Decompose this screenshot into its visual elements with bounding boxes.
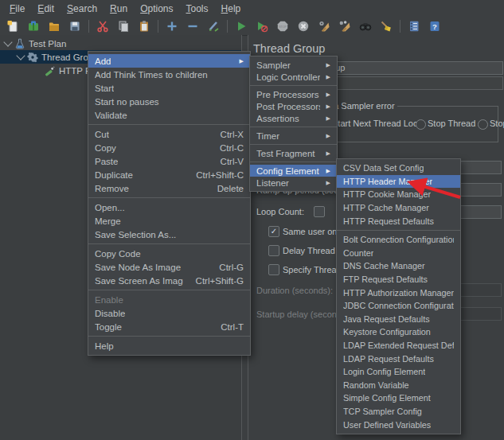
menu-item-add-think-times-to-children[interactable]: Add Think Times to children xyxy=(88,68,250,81)
toolbar-paste[interactable] xyxy=(138,20,151,33)
menu-item-http-cookie-manager[interactable]: HTTP Cookie Manager xyxy=(337,188,460,201)
menu-item-login-config-element[interactable]: Login Config Element xyxy=(337,365,460,379)
menu-item-save-node-as-image[interactable]: Save Node As ImageCtrl-G xyxy=(88,260,250,274)
menu-item-keystore-configuration[interactable]: Keystore Configuration xyxy=(337,325,460,339)
menu-run[interactable]: Run xyxy=(104,2,134,16)
tree-item-test-plan[interactable]: Test Plan xyxy=(0,37,241,50)
menu-item-add[interactable]: Add▶ xyxy=(88,54,250,68)
menu-item-label: Copy Code xyxy=(95,249,141,259)
menu-item-ldap-request-defaults[interactable]: LDAP Request Defaults xyxy=(337,352,460,365)
toolbar-expand-all[interactable] xyxy=(166,20,179,33)
paste-icon xyxy=(138,20,150,33)
menu-item-jdbc-connection-configuration[interactable]: JDBC Connection Configuration xyxy=(337,299,460,313)
menu-separator xyxy=(250,162,337,162)
menu-mnemonic: E xyxy=(37,3,44,14)
menu-options[interactable]: Options xyxy=(134,2,179,16)
menu-item-assertions[interactable]: Assertions▶ xyxy=(250,112,337,124)
menu-item-sampler[interactable]: Sampler▶ xyxy=(250,59,337,71)
stop-thread-radio[interactable] xyxy=(416,119,426,130)
add-submenu: Sampler▶Logic Controller▶Pre Processors▶… xyxy=(249,56,338,192)
menu-item-open[interactable]: Open... xyxy=(88,201,250,214)
menu-item-label: DNS Cache Manager xyxy=(343,261,425,271)
menu-item-tcp-sampler-config[interactable]: TCP Sampler Config xyxy=(337,405,460,419)
chevron-down-icon[interactable] xyxy=(16,51,25,60)
stop-test-radio[interactable] xyxy=(478,119,488,130)
menu-item-csv-data-set-config[interactable]: CSV Data Set Config xyxy=(337,162,460,175)
menu-item-ldap-extended-request-defaults[interactable]: LDAP Extended Request Defaults xyxy=(337,339,460,352)
menu-item-label: Logic Controller xyxy=(256,72,320,82)
menu-item-shortcut: Ctrl-T xyxy=(208,322,244,332)
toolbar-toggle[interactable] xyxy=(207,20,221,33)
toolbar-new-file[interactable] xyxy=(6,20,20,33)
menu-item-cut[interactable]: CutCtrl-X xyxy=(88,127,250,141)
menu-help[interactable]: Help xyxy=(215,2,248,16)
toolbar-search-reset[interactable] xyxy=(380,20,393,33)
toolbar-search[interactable] xyxy=(359,20,373,33)
menu-separator xyxy=(88,336,250,337)
menu-search[interactable]: Search xyxy=(61,2,104,16)
menu-item-simple-config-element[interactable]: Simple Config Element xyxy=(337,391,460,405)
toolbar-clear-all[interactable] xyxy=(338,20,352,33)
menu-item-remove[interactable]: RemoveDelete xyxy=(88,181,250,195)
menu-item-disable[interactable]: Disable xyxy=(88,306,250,320)
menu-item-toggle[interactable]: ToggleCtrl-T xyxy=(88,320,250,333)
menu-tools[interactable]: Tools xyxy=(180,2,215,16)
menu-item-validate[interactable]: Validate xyxy=(88,108,250,122)
toolbar-collapse-all[interactable] xyxy=(186,20,200,33)
menu-item-http-cache-manager[interactable]: HTTP Cache Manager xyxy=(337,201,460,215)
toolbar-help[interactable]: ? xyxy=(428,20,442,33)
toolbar-copy[interactable] xyxy=(117,20,131,33)
loop-count-label: Loop Count: xyxy=(256,207,304,216)
menu-item-config-element[interactable]: Config Element▶ xyxy=(250,165,337,177)
specify-lifetime-checkbox[interactable] xyxy=(268,264,279,275)
menu-item-test-fragment[interactable]: Test Fragment▶ xyxy=(250,147,337,159)
menu-mnemonic: T xyxy=(186,3,191,14)
menu-item-logic-controller[interactable]: Logic Controller▶ xyxy=(250,71,337,83)
toolbar-cut[interactable] xyxy=(96,20,110,33)
menu-file[interactable]: File xyxy=(3,2,31,16)
menu-item-duplicate[interactable]: DuplicateCtrl+Shift-C xyxy=(88,168,250,181)
menu-item-save-screen-as-image[interactable]: Save Screen As ImageCtrl+Shift-G xyxy=(88,274,250,287)
menu-item-start[interactable]: Start xyxy=(88,81,250,95)
menu-item-http-header-manager[interactable]: HTTP Header Manager xyxy=(337,175,460,189)
menu-item-counter[interactable]: Counter xyxy=(337,247,460,260)
toolbar-start-no-pauses[interactable] xyxy=(256,20,269,33)
menu-item-copy-code[interactable]: Copy Code xyxy=(88,247,250,260)
menu-item-paste[interactable]: PasteCtrl-V xyxy=(88,154,250,168)
menu-item-save-selection-as[interactable]: Save Selection As... xyxy=(88,228,250,241)
chevron-down-icon[interactable] xyxy=(3,37,12,46)
menu-item-label: Random Variable xyxy=(343,380,409,390)
menu-item-merge[interactable]: Merge xyxy=(88,214,250,228)
panel-title: Thread Group xyxy=(253,42,325,55)
menu-item-ftp-request-defaults[interactable]: FTP Request Defaults xyxy=(337,273,460,286)
toolbar-shutdown[interactable] xyxy=(297,20,311,33)
test-plan-flask-icon xyxy=(14,38,25,49)
toolbar-start[interactable] xyxy=(235,20,248,33)
menu-item-http-authorization-manager[interactable]: HTTP Authorization Manager xyxy=(337,286,460,299)
menu-edit[interactable]: Edit xyxy=(31,2,61,16)
toolbar-templates[interactable] xyxy=(27,20,41,33)
menu-item-start-no-pauses[interactable]: Start no pauses xyxy=(88,95,250,108)
toolbar-stop[interactable]: STOP xyxy=(276,20,290,33)
submenu-arrow-icon: ▶ xyxy=(320,133,330,139)
delay-thread-checkbox[interactable] xyxy=(268,245,279,256)
menu-item-listener[interactable]: Listener▶ xyxy=(250,177,337,189)
toolbar-save[interactable] xyxy=(68,20,82,33)
menu-item-pre-processors[interactable]: Pre Processors▶ xyxy=(250,88,337,100)
toolbar-open[interactable] xyxy=(48,20,61,33)
toolbar-function-helper[interactable] xyxy=(408,20,421,33)
menu-item-dns-cache-manager[interactable]: DNS Cache Manager xyxy=(337,259,460,273)
menu-item-timer[interactable]: Timer▶ xyxy=(250,130,337,142)
menu-item-user-defined-variables[interactable]: User Defined Variables xyxy=(337,418,460,431)
stop-thread-label: Stop Thread xyxy=(428,119,475,128)
toolbar-clear[interactable] xyxy=(318,20,331,33)
menu-item-java-request-defaults[interactable]: Java Request Defaults xyxy=(337,313,460,326)
infinite-checkbox[interactable] xyxy=(314,206,325,217)
menu-item-http-request-defaults[interactable]: HTTP Request Defaults xyxy=(337,214,460,228)
same-user-checkbox[interactable] xyxy=(268,226,279,237)
menu-item-random-variable[interactable]: Random Variable xyxy=(337,379,460,392)
menu-item-help[interactable]: Help xyxy=(88,339,250,352)
menu-item-bolt-connection-configuration[interactable]: Bolt Connection Configuration xyxy=(337,233,460,247)
menu-item-copy[interactable]: CopyCtrl-C xyxy=(88,141,250,154)
menu-item-post-processors[interactable]: Post Processors▶ xyxy=(250,100,337,112)
